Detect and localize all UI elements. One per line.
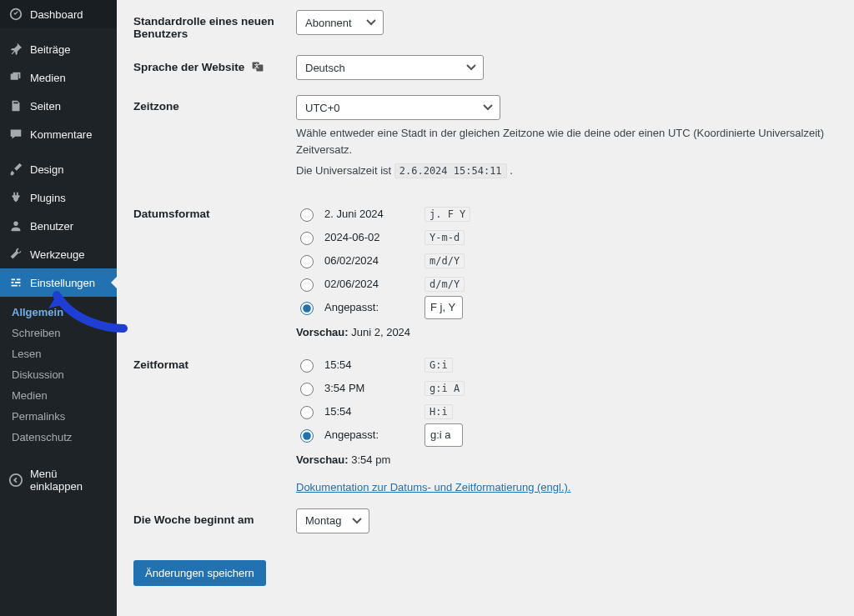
date-format-example: 2. Juni 2024: [324, 208, 416, 220]
radio-date-format-3[interactable]: [300, 278, 314, 292]
time-format-custom-label: Angepasst:: [324, 428, 416, 441]
submenu-item-media[interactable]: Medien: [0, 385, 117, 406]
sidebar-item-label: Beiträge: [30, 43, 70, 56]
label-time-format: Zeitformat: [133, 353, 296, 371]
svg-text:文: 文: [254, 63, 259, 68]
time-format-example: 3:54 PM: [324, 382, 416, 394]
sidebar-item-label: Kommentare: [30, 128, 92, 141]
submenu-item-discussion[interactable]: Diskussion: [0, 364, 117, 385]
wrench-icon: [8, 247, 23, 262]
label-date-format: Datumsformat: [133, 203, 296, 220]
utc-time-text: Die Universalzeit ist 2.6.2024 15:54:11 …: [296, 163, 837, 179]
sidebar-item-label: Seiten: [30, 100, 61, 113]
select-default-role[interactable]: Abonnent: [296, 10, 384, 35]
date-format-example: 06/02/2024: [324, 254, 416, 267]
user-icon: [8, 218, 23, 233]
submenu-item-permalinks[interactable]: Permalinks: [0, 406, 117, 427]
radio-time-format-1[interactable]: [300, 383, 314, 396]
sidebar-item-label: Plugins: [30, 192, 66, 204]
submenu-item-general[interactable]: Allgemein: [0, 302, 117, 323]
translate-icon: 文: [251, 60, 264, 76]
label-default-role: Standardrolle eines neuen Benutzers: [133, 10, 296, 40]
brush-icon: [8, 162, 23, 177]
svg-point-0: [10, 474, 22, 486]
select-timezone[interactable]: UTC+0: [296, 95, 500, 120]
sidebar-item-design[interactable]: Design: [0, 155, 117, 183]
radio-date-format-1[interactable]: [300, 232, 314, 245]
pages-icon: [8, 98, 23, 113]
settings-submenu: Allgemein Schreiben Lesen Diskussion Med…: [0, 297, 117, 454]
select-site-language[interactable]: Deutsch: [296, 55, 484, 80]
date-format-preview: Vorschau: Juni 2, 2024: [296, 326, 837, 338]
settings-icon: [8, 275, 23, 290]
sidebar-collapse[interactable]: Menü einklappen: [0, 461, 117, 499]
select-week-start[interactable]: Montag: [296, 508, 369, 533]
submenu-item-writing[interactable]: Schreiben: [0, 323, 117, 343]
input-date-format-custom[interactable]: [424, 296, 463, 319]
sidebar-item-plugins[interactable]: Plugins: [0, 183, 117, 212]
radio-date-format-2[interactable]: [300, 255, 314, 268]
radio-date-format-0[interactable]: [300, 208, 314, 222]
pin-icon: [8, 42, 23, 57]
input-time-format-custom[interactable]: [424, 423, 463, 447]
admin-sidebar: Dashboard Beiträge Medien Seiten Komment…: [0, 0, 117, 616]
save-button[interactable]: Änderungen speichern: [133, 560, 266, 586]
sidebar-item-dashboard[interactable]: Dashboard: [0, 0, 117, 28]
sidebar-item-pages[interactable]: Seiten: [0, 92, 117, 120]
date-format-example: 2024-06-02: [324, 231, 416, 243]
sidebar-item-tools[interactable]: Werkzeuge: [0, 240, 117, 268]
label-site-language: Sprache der Website 文: [133, 55, 296, 76]
time-format-code: G:i: [424, 358, 453, 373]
link-datetime-docs[interactable]: Dokumentation zur Datums- und Zeitformat…: [296, 481, 570, 493]
submenu-item-privacy[interactable]: Datenschutz: [0, 427, 117, 448]
sidebar-item-media[interactable]: Medien: [0, 63, 117, 92]
plug-icon: [8, 190, 23, 205]
sidebar-item-label: Benutzer: [30, 220, 73, 233]
comments-icon: [8, 127, 23, 142]
label-timezone: Zeitzone: [133, 95, 296, 113]
sidebar-item-label: Werkzeuge: [30, 248, 85, 261]
time-format-code: H:i: [424, 404, 453, 419]
dashboard-icon: [8, 7, 23, 22]
settings-general-form: Standardrolle eines neuen Benutzers Abon…: [117, 0, 854, 616]
time-format-preview: Vorschau: 3:54 pm: [296, 453, 837, 466]
media-icon: [8, 70, 23, 85]
label-week-start: Die Woche beginnt am: [133, 508, 296, 526]
date-format-custom-label: Angepasst:: [324, 301, 416, 313]
date-format-code: m/d/Y: [424, 253, 465, 268]
timezone-help-text: Wähle entweder eine Stadt in der gleiche…: [296, 125, 837, 158]
sidebar-item-label: Einstellungen: [30, 277, 95, 289]
date-format-code: d/m/Y: [424, 277, 465, 292]
collapse-icon: [8, 473, 23, 488]
date-format-code: Y-m-d: [424, 230, 465, 245]
sidebar-item-comments[interactable]: Kommentare: [0, 120, 117, 148]
sidebar-item-label: Design: [30, 163, 63, 176]
radio-time-format-custom[interactable]: [300, 429, 314, 443]
sidebar-item-label: Dashboard: [30, 8, 83, 21]
date-format-code: j. F Y: [424, 207, 470, 222]
radio-time-format-0[interactable]: [300, 359, 314, 373]
time-format-example: 15:54: [324, 405, 416, 418]
sidebar-item-settings[interactable]: Einstellungen: [0, 268, 117, 297]
sidebar-item-label: Medien: [30, 72, 66, 84]
radio-time-format-2[interactable]: [300, 406, 314, 419]
time-format-example: 15:54: [324, 358, 416, 371]
submenu-item-reading[interactable]: Lesen: [0, 343, 117, 364]
radio-date-format-custom[interactable]: [300, 302, 314, 315]
date-format-example: 02/06/2024: [324, 278, 416, 290]
sidebar-item-users[interactable]: Benutzer: [0, 212, 117, 240]
sidebar-item-posts[interactable]: Beiträge: [0, 35, 117, 63]
sidebar-item-label: Menü einklappen: [30, 468, 108, 493]
time-format-code: g:i A: [424, 381, 465, 396]
